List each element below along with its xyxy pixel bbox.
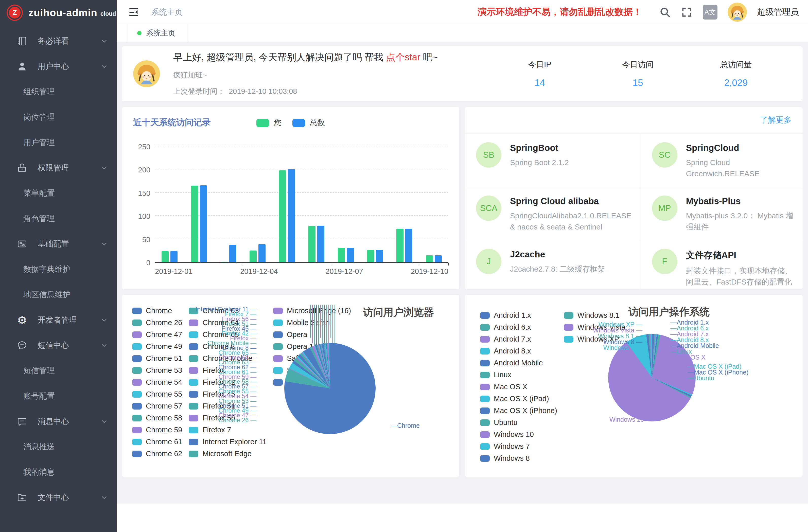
tech-item-j2cache[interactable]: JJ2cacheJ2cache2.7.8: 二级缓存框架 xyxy=(465,240,641,289)
tech-item-mybatis-plus[interactable]: MPMybatis-PlusMybatis-plus 3.2.0： Mybati… xyxy=(641,187,803,240)
bar-总数[interactable] xyxy=(170,251,178,262)
sidebar-subitem-label: 账号配置 xyxy=(23,391,55,401)
sidebar-subitem-label: 数据字典维护 xyxy=(23,264,71,275)
bar-总数[interactable] xyxy=(405,229,412,262)
sidebar-subitem-menu-config[interactable]: 菜单配置 xyxy=(0,181,117,206)
legend-swatch xyxy=(273,379,283,386)
sidebar-item-sms-center[interactable]: 短信中心 xyxy=(0,333,117,358)
y-tick-label: 200 xyxy=(122,166,150,174)
legend-item[interactable]: Android Mobile xyxy=(480,357,557,369)
bar-您[interactable] xyxy=(367,250,374,262)
sidebar-item-must-read[interactable]: 务必详看 xyxy=(0,29,117,54)
sidebar-item-base-config[interactable]: 基础配置 xyxy=(0,231,117,257)
legend-item[interactable]: Chrome 62 xyxy=(132,448,182,460)
sidebar-subitem-message-push[interactable]: 消息推送 xyxy=(0,434,117,459)
chevron-down-icon xyxy=(100,494,108,501)
greeting-subtitle: 疯狂加班~ xyxy=(173,70,438,80)
tech-name: 文件存储API xyxy=(686,249,793,261)
bar-您[interactable] xyxy=(397,229,404,262)
bar-总数[interactable] xyxy=(288,169,295,262)
fullscreen-icon[interactable] xyxy=(681,6,693,18)
legend-item[interactable]: Chrome 61 xyxy=(132,436,182,448)
legend-swatch xyxy=(273,343,283,350)
legend-item[interactable]: Ubuntu xyxy=(480,417,557,428)
browser-pie[interactable] xyxy=(284,343,375,434)
username[interactable]: 超级管理员 xyxy=(757,6,799,18)
legend-item-您[interactable]: 您 xyxy=(256,118,281,128)
sidebar-subitem-user-management[interactable]: 用户管理 xyxy=(0,130,117,155)
legend-item[interactable]: Android 1.x xyxy=(480,309,557,321)
tab-home[interactable]: 系统主页 xyxy=(126,24,187,42)
sidebar-item-permission[interactable]: 权限管理 xyxy=(0,155,117,181)
legend-item[interactable]: Firefox 7 xyxy=(189,424,267,436)
sidebar-subitem-label: 地区信息维护 xyxy=(23,289,71,300)
legend-item[interactable]: Windows 8 xyxy=(480,452,557,464)
sidebar-item-label: 文件中心 xyxy=(38,492,69,503)
bar-总数[interactable] xyxy=(258,244,265,262)
tech-item-spring-cloud-alibaba[interactable]: SCASpring Cloud alibabaSpringCloudAlibab… xyxy=(465,187,641,240)
bar-总数[interactable] xyxy=(317,226,324,262)
legend-item[interactable]: Internet Explorer 11 xyxy=(189,436,267,448)
legend-item[interactable]: Windows 7 xyxy=(480,440,557,452)
sidebar-item-file-center[interactable]: 文件中心 xyxy=(0,485,117,510)
demo-warning-text: 演示环境维护不易，请勿乱删乱改数据！ xyxy=(478,6,642,18)
legend-label: Chrome 62 xyxy=(146,450,182,458)
sidebar: Z zuihou-admin cloud 务必详看用户中心组织管理岗位管理用户管… xyxy=(0,0,117,532)
bar-您[interactable] xyxy=(338,248,345,262)
bar-group xyxy=(243,147,272,262)
sidebar-subitem-post-management[interactable]: 岗位管理 xyxy=(0,105,117,130)
tech-item-springcloud[interactable]: SCSpringCloudSpring Cloud Greenwich.RELE… xyxy=(641,134,803,187)
learn-more-link[interactable]: 了解更多 xyxy=(760,115,791,125)
search-icon[interactable] xyxy=(659,6,671,18)
tech-item-file-api[interactable]: F文件存储API封装文件接口，实现本地存储、阿里云、FastDFS存储的配置化 xyxy=(641,240,803,289)
bar-group xyxy=(214,147,243,262)
bar-您[interactable] xyxy=(220,262,227,262)
bar-总数[interactable] xyxy=(347,248,354,262)
breadcrumb[interactable]: 系统主页 xyxy=(151,7,183,18)
sidebar-item-developer[interactable]: ⚙开发者管理 xyxy=(0,307,117,333)
bar-您[interactable] xyxy=(308,226,315,262)
bar-总数[interactable] xyxy=(376,250,383,262)
sidebar-item-message-center[interactable]: 消息中心 xyxy=(0,409,117,434)
row-charts-bottom: 访问用户浏览器 ChromeChrome 26Chrome 47Chrome 4… xyxy=(122,294,803,477)
sidebar-subitem-account-config[interactable]: 账号配置 xyxy=(0,383,117,409)
legend-item[interactable]: Windows 8.1 xyxy=(564,309,626,321)
legend-label: Ubuntu xyxy=(494,418,518,427)
bar-您[interactable] xyxy=(279,170,286,262)
logo[interactable]: Z zuihou-admin cloud xyxy=(0,0,117,25)
legend-item[interactable]: Mac OS X (iPhone) xyxy=(480,405,557,417)
bar-总数[interactable] xyxy=(435,255,442,262)
bar-您[interactable] xyxy=(162,251,169,262)
logo-icon: Z xyxy=(6,4,23,21)
sidebar-subitem-sms-management[interactable]: 短信管理 xyxy=(0,358,117,383)
legend-item[interactable]: Mac OS X xyxy=(480,381,557,393)
legend-item[interactable]: Windows 10 xyxy=(480,428,557,440)
topbar: 系统主页 演示环境维护不易，请勿乱删乱改数据！ A文 超级管理员 xyxy=(117,0,808,24)
legend-swatch xyxy=(480,455,490,462)
sidebar-subitem-dict-maintain[interactable]: 数据字典维护 xyxy=(0,257,117,282)
bar-总数[interactable] xyxy=(229,245,236,262)
greeting-title-suffix: 吧~ xyxy=(420,52,438,62)
bar-总数[interactable] xyxy=(200,185,207,262)
bar-您[interactable] xyxy=(426,255,433,262)
legend-item[interactable]: Mac OS X (iPad) xyxy=(480,393,557,405)
tech-item-springboot[interactable]: SBSpringBootSpring Boot 2.1.2 xyxy=(465,134,641,187)
sidebar-subitem-my-message[interactable]: 我的消息 xyxy=(0,459,117,485)
font-size-icon[interactable]: A文 xyxy=(703,5,717,20)
bar-您[interactable] xyxy=(191,186,198,262)
sidebar-subitem-area-maintain[interactable]: 地区信息维护 xyxy=(0,282,117,307)
sidebar-collapse-button[interactable] xyxy=(128,6,140,18)
legend-item-总数[interactable]: 总数 xyxy=(292,118,325,128)
bar-您[interactable] xyxy=(250,251,257,262)
legend-swatch xyxy=(189,451,198,457)
legend-item[interactable]: Microsoft Edge xyxy=(189,448,267,460)
os-pie-labels-left: Windows XPWindows VistaWindows 8.1Window… xyxy=(465,322,642,351)
sidebar-subitem-org-management[interactable]: 组织管理 xyxy=(0,79,117,105)
user-avatar[interactable] xyxy=(728,2,747,22)
tech-info: J2cacheJ2cache2.7.8: 二级缓存框架 xyxy=(510,249,605,287)
legend-item[interactable]: Linux xyxy=(480,369,557,381)
legend-item[interactable]: Chrome 59 xyxy=(132,424,182,436)
star-link[interactable]: 点个star xyxy=(386,52,421,62)
sidebar-item-user-center[interactable]: 用户中心 xyxy=(0,54,117,79)
sidebar-subitem-role-management[interactable]: 角色管理 xyxy=(0,206,117,231)
